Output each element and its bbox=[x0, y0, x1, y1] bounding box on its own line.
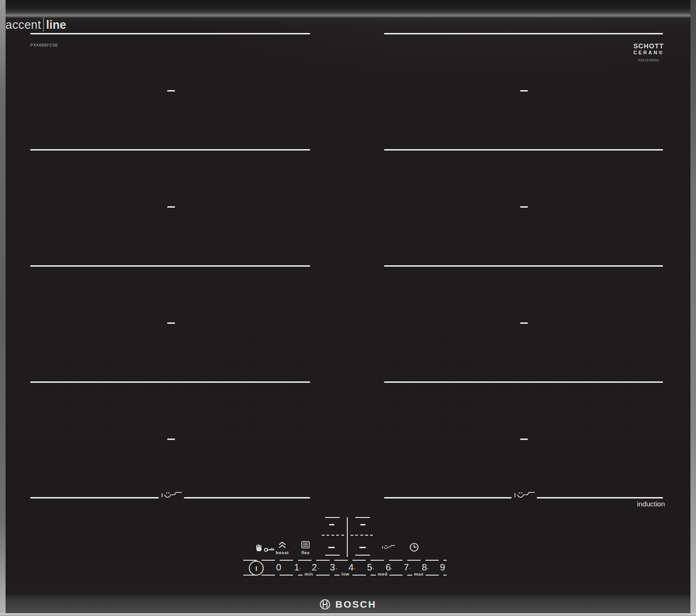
zone-center-mark bbox=[520, 206, 528, 208]
slider-track-top[interactable] bbox=[243, 560, 447, 561]
series-accent-label: accent bbox=[6, 18, 41, 32]
slider-separator-dot: · bbox=[335, 564, 338, 572]
slider-separator-dot: · bbox=[298, 564, 302, 572]
zone-center-mark bbox=[167, 90, 175, 92]
schott-logo-line1: SCHOTT bbox=[628, 42, 670, 50]
flex-zone-icon[interactable] bbox=[301, 541, 310, 549]
zone-display-flex-divider bbox=[322, 535, 344, 536]
zone-display-segment bbox=[329, 524, 334, 525]
countertop-edge-bottom bbox=[0, 613, 696, 616]
slider-level-9[interactable]: 9 bbox=[437, 562, 448, 573]
bosch-wordmark: BOSCH bbox=[335, 599, 376, 610]
zone-center-mark bbox=[520, 90, 528, 92]
slider-level-0[interactable]: 0 bbox=[273, 562, 284, 573]
zone-display-frame bbox=[325, 555, 340, 556]
zone-line-left-1 bbox=[30, 33, 310, 34]
power-button[interactable]: I bbox=[249, 561, 264, 576]
countertop-edge-left bbox=[0, 0, 6, 616]
product-photo: PXX695FC5E SCHOTT CERAN® 9001035050 indu… bbox=[0, 0, 696, 616]
zone-center-mark bbox=[520, 439, 528, 440]
zone-center-mark bbox=[167, 322, 175, 324]
slider-separator-dot: · bbox=[426, 564, 429, 572]
slider-range-label-max: max bbox=[412, 571, 426, 577]
boost-label[interactable]: boost bbox=[276, 550, 289, 555]
zone-display-segment bbox=[359, 547, 366, 548]
zone-display-segment bbox=[328, 547, 335, 548]
countertop-edge-right bbox=[690, 0, 696, 616]
zone-center-mark bbox=[167, 206, 175, 208]
zone-line-right-4 bbox=[384, 381, 663, 383]
zone-display-frame bbox=[325, 517, 340, 518]
zone-line-left-4 bbox=[30, 381, 310, 383]
schott-ceran-logo: SCHOTT CERAN® 9001035050 bbox=[628, 42, 670, 62]
zone-display-segment bbox=[360, 524, 365, 525]
bottom-bezel: BOSCH bbox=[6, 595, 690, 613]
series-divider bbox=[43, 18, 44, 32]
serial-number: 9001035050 bbox=[628, 59, 670, 62]
wipe-protection-hand-icon[interactable] bbox=[254, 543, 264, 553]
slider-separator-dot: · bbox=[353, 564, 357, 572]
series-line-label: line bbox=[46, 18, 66, 32]
move-pan-icon bbox=[382, 544, 396, 550]
induction-label: induction bbox=[637, 500, 665, 508]
boost-icon[interactable] bbox=[278, 541, 287, 549]
pan-detection-icon bbox=[514, 491, 536, 500]
zone-center-mark bbox=[520, 322, 528, 324]
pan-detection-icon bbox=[161, 491, 183, 500]
timer-clock-icon[interactable] bbox=[409, 542, 419, 552]
slider-range-label-low: low bbox=[339, 571, 351, 577]
schott-logo-line2: CERAN® bbox=[628, 50, 670, 55]
zone-line-right-3 bbox=[384, 265, 663, 267]
zone-line-right-5a bbox=[384, 497, 512, 498]
top-bezel bbox=[6, 0, 690, 18]
zone-display-frame bbox=[355, 517, 370, 518]
zone-display-flex-divider bbox=[351, 535, 373, 536]
zone-line-left-2 bbox=[30, 149, 310, 151]
slider-range-label-med: med bbox=[376, 571, 389, 577]
slider-separator-dot: · bbox=[317, 564, 320, 572]
slider-separator-dot: · bbox=[371, 564, 375, 572]
bosch-emblem-icon bbox=[319, 599, 331, 610]
child-lock-key-icon[interactable] bbox=[264, 547, 275, 553]
zone-line-right-5b bbox=[537, 497, 663, 498]
slider-separator-dot: · bbox=[408, 564, 412, 572]
zone-display-frame bbox=[355, 555, 370, 556]
slider-separator-dot: · bbox=[390, 564, 393, 572]
zone-center-mark bbox=[167, 439, 175, 440]
flex-label[interactable]: flex bbox=[301, 550, 310, 555]
zone-line-left-3 bbox=[30, 265, 310, 267]
zone-line-right-1 bbox=[384, 33, 663, 34]
ceran-glass-surface: PXX695FC5E SCHOTT CERAN® 9001035050 indu… bbox=[6, 18, 690, 595]
zone-line-left-5b bbox=[184, 497, 310, 498]
zone-display-divider bbox=[347, 517, 348, 557]
accentline-badge: accent line bbox=[6, 18, 690, 32]
slider-range-label-min: min bbox=[303, 571, 315, 577]
model-label: PXX695FC5E bbox=[30, 43, 58, 47]
zone-line-right-2 bbox=[384, 149, 663, 151]
zone-line-left-5a bbox=[30, 497, 159, 498]
